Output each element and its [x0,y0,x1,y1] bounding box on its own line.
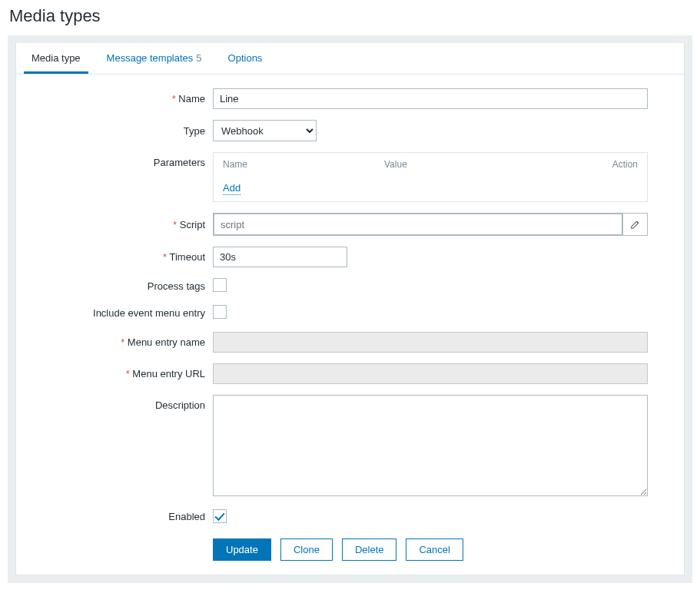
tab-label: Media type [32,52,81,64]
menu-entry-url-input [213,363,648,384]
pencil-icon [630,219,641,230]
label-process-tags: Process tags [30,280,213,292]
params-add-link[interactable]: Add [223,182,241,195]
script-field [213,213,648,236]
label-timeout: Timeout [30,251,213,263]
label-menu-entry-url: Menu entry URL [30,368,213,379]
label-enabled: Enabled [30,511,213,522]
params-col-name: Name [223,159,384,170]
button-row: Update Clone Delete Cancel [213,534,670,561]
type-select[interactable]: Webhook [213,120,317,141]
tab-media-type[interactable]: Media type [24,43,88,74]
timeout-input[interactable] [213,247,347,267]
label-parameters: Parameters [30,152,213,168]
include-event-menu-checkbox[interactable] [213,305,227,319]
parameters-table: Name Value Action Add [213,152,648,202]
process-tags-checkbox[interactable] [213,278,227,292]
tab-label: Message templates [107,52,194,64]
params-col-action: Action [592,159,638,170]
update-button[interactable]: Update [213,538,271,561]
script-input[interactable] [214,214,622,235]
menu-entry-name-input [213,332,648,353]
clone-button[interactable]: Clone [280,538,333,561]
enabled-checkbox[interactable] [213,509,227,523]
cancel-button[interactable]: Cancel [406,538,463,561]
script-edit-button[interactable] [622,214,647,235]
delete-button[interactable]: Delete [342,538,397,561]
label-name: Name [30,93,213,104]
label-script: Script [30,219,213,230]
description-textarea[interactable] [213,395,648,496]
tab-count: 5 [196,52,201,64]
tab-options[interactable]: Options [221,43,270,74]
label-description: Description [30,395,213,411]
label-type: Type [30,125,213,137]
page-title: Media types [9,6,692,26]
tab-label: Options [228,52,263,64]
label-menu-entry-name: Menu entry name [30,336,213,348]
params-col-value: Value [384,159,592,170]
name-input[interactable] [213,88,648,109]
label-include-event-menu: Include event menu entry [30,307,213,319]
tab-message-templates[interactable]: Message templates5 [99,43,210,74]
form: Name Type Webhook Parameters [16,75,684,575]
tabs: Media type Message templates5 Options [16,43,684,75]
